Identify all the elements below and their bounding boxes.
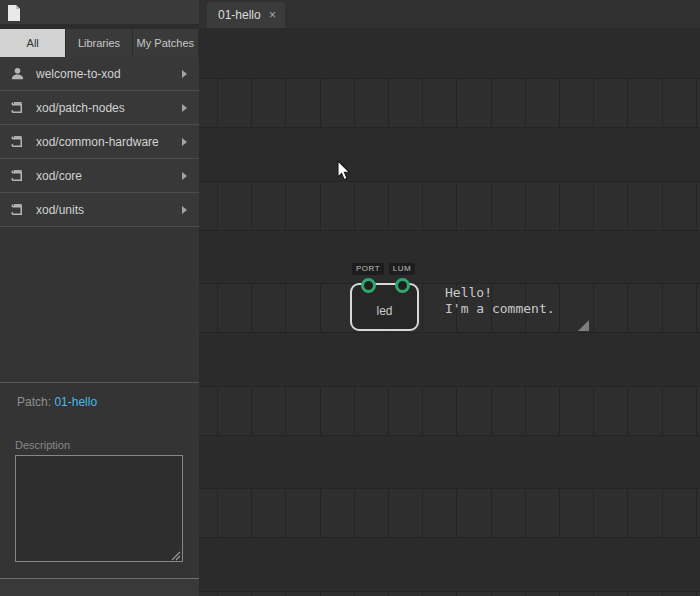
project-tree: welcome-to-xod xod/patch-nodes — [0, 57, 199, 227]
tab-my-patches[interactable]: My Patches — [133, 29, 199, 57]
tree-item-label: xod/patch-nodes — [36, 101, 182, 115]
arrow-cursor-icon — [337, 160, 352, 182]
tab-all[interactable]: All — [0, 29, 66, 57]
patch-name: 01-hello — [54, 395, 97, 409]
xod-ide-window: All Libraries My Patches welcome-to-xod — [0, 0, 700, 596]
close-icon[interactable]: × — [269, 9, 276, 21]
pin-label-port: PORT — [352, 263, 384, 275]
chevron-right-icon[interactable] — [182, 138, 187, 146]
grid-row-band — [199, 591, 700, 596]
grid-row-band — [199, 488, 700, 538]
tab-libraries[interactable]: Libraries — [66, 29, 132, 57]
book-icon — [10, 100, 25, 115]
sidebar-bottom-strip — [0, 579, 199, 596]
grid-row-band — [199, 78, 700, 128]
project-browser-sidebar: All Libraries My Patches welcome-to-xod — [0, 0, 199, 596]
tree-item-xod-patch-nodes[interactable]: xod/patch-nodes — [0, 91, 199, 125]
pin-label-lum: LUM — [389, 263, 415, 275]
chevron-right-icon[interactable] — [182, 206, 187, 214]
panel-divider — [0, 382, 199, 383]
patch-info-label: Patch: — [17, 395, 51, 409]
pin-lum[interactable] — [395, 278, 410, 293]
book-icon — [10, 168, 25, 183]
chevron-right-icon[interactable] — [182, 172, 187, 180]
tree-item-xod-core[interactable]: xod/core — [0, 159, 199, 193]
tree-item-label: xod/common-hardware — [36, 135, 182, 149]
node-led[interactable]: led — [350, 283, 419, 331]
description-input[interactable] — [15, 455, 183, 562]
new-document-icon[interactable] — [7, 4, 21, 22]
editor-tab-01-hello[interactable]: 01-hello × — [207, 2, 285, 28]
comment-line: I'm a comment. — [445, 301, 555, 317]
book-icon — [10, 202, 25, 217]
patch-info: Patch: 01-hello — [17, 395, 97, 409]
grid-row-band — [199, 181, 700, 231]
tree-item-xod-common-hardware[interactable]: xod/common-hardware — [0, 125, 199, 159]
comment-resize-handle[interactable] — [578, 320, 589, 331]
patch-editor: 01-hello × PORT LUM led Hello! I'm a com… — [199, 0, 700, 596]
comment-node[interactable]: Hello! I'm a comment. — [445, 285, 555, 317]
patch-canvas[interactable]: PORT LUM led Hello! I'm a comment. — [199, 28, 700, 596]
user-icon — [10, 66, 25, 81]
chevron-right-icon[interactable] — [182, 70, 187, 78]
comment-line: Hello! — [445, 285, 555, 301]
tree-item-label: xod/core — [36, 169, 182, 183]
tree-item-label: xod/units — [36, 203, 182, 217]
browser-filter-tabs: All Libraries My Patches — [0, 24, 199, 57]
chevron-right-icon[interactable] — [182, 104, 187, 112]
description-label: Description — [15, 439, 70, 451]
pin-port[interactable] — [361, 278, 376, 293]
node-label: led — [376, 304, 392, 318]
book-icon — [10, 134, 25, 149]
editor-tab-label: 01-hello — [218, 8, 269, 22]
tree-item-xod-units[interactable]: xod/units — [0, 193, 199, 227]
sidebar-toolbar — [0, 0, 199, 24]
tree-item-welcome-to-xod[interactable]: welcome-to-xod — [0, 57, 199, 91]
grid-row-band — [199, 386, 700, 436]
editor-tabbar: 01-hello × — [199, 0, 700, 28]
tree-item-label: welcome-to-xod — [36, 67, 182, 81]
